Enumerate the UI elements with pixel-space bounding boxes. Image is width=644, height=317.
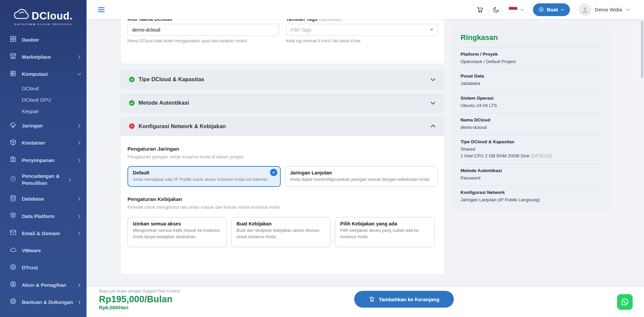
sidebar-item-database[interactable]: Database	[0, 191, 87, 208]
accordion-title: Konfigurasi Network & Kebijakan	[139, 123, 226, 129]
cart-plus-icon	[369, 296, 375, 303]
sidebar-item-label: Data Platform	[22, 213, 55, 220]
caret-down-icon	[430, 29, 433, 31]
price-per-day: Rp6,500/Hari	[99, 305, 180, 310]
accordion-title: Metode Autentikasi	[139, 100, 189, 106]
brand-name: DCloud.	[32, 11, 72, 21]
chevron-down-icon	[560, 8, 565, 12]
accordion-metode-autentikasi[interactable]: Metode Autentikasi	[121, 93, 444, 112]
support-icon	[9, 298, 17, 307]
sidebar-item-label: Komputasi	[22, 71, 48, 77]
chevron-down-icon	[520, 7, 524, 12]
instance-name-card: Atur Nama DCloud Nama DCloud tidak boleh…	[121, 19, 444, 64]
brand-logo: DCloud. DATACOMM CLOUD SERVICES	[0, 0, 87, 26]
chevron-right-icon	[77, 197, 82, 201]
sidebar-item-label: Marketplace	[22, 54, 51, 60]
option-title: Default	[133, 170, 275, 175]
chevron-right-icon	[77, 214, 82, 218]
chevron-down-icon	[430, 100, 436, 106]
policy-option-buat-kebijakan[interactable]: Buat Kebijakan Buat dan terapkan kebijak…	[231, 217, 331, 247]
vmware-icon	[9, 246, 17, 255]
summary-row-nama-dcloud: Nama DCloud demo-dcloud	[461, 113, 601, 135]
accordion-title: Tipe DCloud & Kapasitas	[139, 76, 204, 83]
sidebar-item-dcloud-gpu[interactable]: DCloud GPU	[0, 94, 87, 106]
option-description: Buat dan terapkan kebijakan akses khusus…	[236, 227, 325, 240]
language-selector[interactable]	[508, 7, 524, 13]
sidebar-item-dasbor[interactable]: Dasbor	[0, 31, 87, 48]
accordion-konfigurasi-network[interactable]: ? Konfigurasi Network & Kebijakan	[121, 117, 444, 136]
cart-icon[interactable]	[476, 6, 484, 13]
price-note: Biaya per bulan dengan Support Plan Emer…	[99, 289, 180, 294]
sidebar-item-dtrust[interactable]: DTrust	[0, 259, 87, 276]
chevron-down-icon	[430, 76, 436, 83]
create-button[interactable]: Buat	[533, 3, 570, 16]
network-options: Default Anda mendapat satu IP Publik unt…	[127, 166, 438, 187]
sidebar-item-label: Jaringan	[22, 122, 43, 129]
network-settings-heading: Pengaturan Jaringan	[127, 136, 438, 152]
tags-field-label: Tambah Tags (opsional)	[286, 19, 438, 22]
whatsapp-icon	[620, 297, 630, 307]
sidebar-item-komputasi[interactable]: Komputasi	[0, 66, 87, 83]
storage-icon	[9, 156, 17, 165]
sidebar: DCloud. DATACOMM CLOUD SERVICES Dasbor	[0, 0, 87, 317]
add-to-cart-label: Tambahkan ke Keranjang	[379, 297, 439, 302]
chevron-down-icon	[626, 7, 630, 12]
create-button-label: Buat	[547, 7, 558, 12]
avatar	[579, 3, 591, 16]
sidebar-item-pencadangan[interactable]: Pencadangan & Pemulihan	[0, 169, 77, 191]
network-config-panel: Pengaturan Jaringan Pengaturan jaringan …	[121, 136, 444, 274]
price-per-month: Rp195,000/Bulan	[99, 294, 180, 305]
name-field-label: Atur Nama DCloud	[127, 19, 279, 22]
dashboard-icon	[9, 35, 17, 44]
dcloud-name-input[interactable]	[127, 24, 279, 36]
sidebar-item-vmware[interactable]: VMware	[0, 242, 87, 259]
sidebar-item-label: Penyimpanan	[22, 157, 55, 164]
chevron-right-icon	[77, 55, 82, 59]
user-name: Demo Widia	[595, 7, 622, 12]
policy-option-izinkan-semua[interactable]: Izinkan semua akses Mengizinkan semua tr…	[127, 217, 227, 247]
sidebar-item-keypair[interactable]: Keypair	[0, 106, 87, 117]
marketplace-icon	[9, 52, 17, 61]
add-to-cart-button[interactable]: Tambahkan ke Keranjang	[354, 291, 454, 308]
checkout-bar: Biaya per bulan dengan Support Plan Emer…	[87, 287, 644, 317]
sidebar-item-data-platform[interactable]: Data Platform	[0, 208, 87, 225]
sidebar-item-label: Pencadangan & Pemulihan	[22, 173, 66, 187]
whatsapp-button[interactable]	[617, 294, 633, 310]
sidebar-item-dcloud[interactable]: DCloud	[0, 83, 87, 94]
chevron-right-icon	[77, 158, 82, 162]
sidebar-item-bantuan-dukungan[interactable]: Bantuan & Dukungan	[0, 294, 87, 311]
option-title: Pilih Kebijakan yang ada	[340, 221, 429, 226]
sidebar-item-label: Keypair	[22, 108, 39, 115]
chevron-right-icon	[77, 141, 82, 145]
plus-circle-icon	[538, 7, 544, 12]
network-option-jaringan-lanjutan[interactable]: Jaringan Lanjutan Anda dapat menkonfigur…	[285, 166, 438, 187]
sidebar-item-jaringan[interactable]: Jaringan	[0, 117, 87, 135]
accordion-tipe-dcloud[interactable]: Tipe DCloud & Kapasitas	[121, 70, 444, 89]
cloud-logo-icon	[14, 9, 29, 21]
tags-select[interactable]: Pilih Tags	[286, 24, 438, 36]
network-icon	[9, 121, 17, 130]
sidebar-item-marketplace[interactable]: Marketplace	[0, 48, 87, 65]
chevron-right-icon	[68, 177, 72, 182]
name-field-help: Nama DCloud tidak boleh menggunakan spas…	[127, 39, 279, 43]
network-option-default[interactable]: Default Anda mendapat satu IP Publik unt…	[127, 166, 281, 187]
sidebar-item-penyimpanan[interactable]: Penyimpanan	[0, 152, 87, 169]
sidebar-item-label: Dasbor	[22, 37, 39, 43]
user-menu[interactable]: Demo Widia	[579, 3, 630, 16]
option-description: Anda mendapat satu IP Publik untuk akses…	[133, 176, 275, 183]
sidebar-item-akun-penagihan[interactable]: Akun & Penagihan	[0, 276, 87, 294]
selected-check-icon	[270, 169, 277, 176]
sidebar-item-label: Kontainer	[22, 140, 45, 146]
summary-row-konfigurasi-network: Konfigurasi Network Jaringan Lanjutan (I…	[461, 186, 601, 207]
email-icon	[9, 229, 17, 238]
vertical-scrollbar-thumb[interactable]	[641, 21, 643, 78]
sidebar-item-email-domain[interactable]: Email & Domain	[0, 225, 87, 242]
hamburger-menu-icon[interactable]	[97, 6, 105, 14]
policy-options: Izinkan semua akses Mengizinkan semua tr…	[127, 217, 438, 247]
option-description: Anda dapat menkonfigurasikan jaringan se…	[290, 176, 433, 183]
dark-mode-moon-icon[interactable]	[492, 6, 500, 13]
data-platform-icon	[9, 212, 17, 221]
sidebar-item-kontainer[interactable]: Kontainer	[0, 135, 87, 152]
summary-row-metode-autentikasi: Metode Autentikasi Password	[461, 164, 601, 186]
policy-option-pilih-kebijakan[interactable]: Pilih Kebijakan yang ada Pilih kebijakan…	[335, 217, 434, 247]
